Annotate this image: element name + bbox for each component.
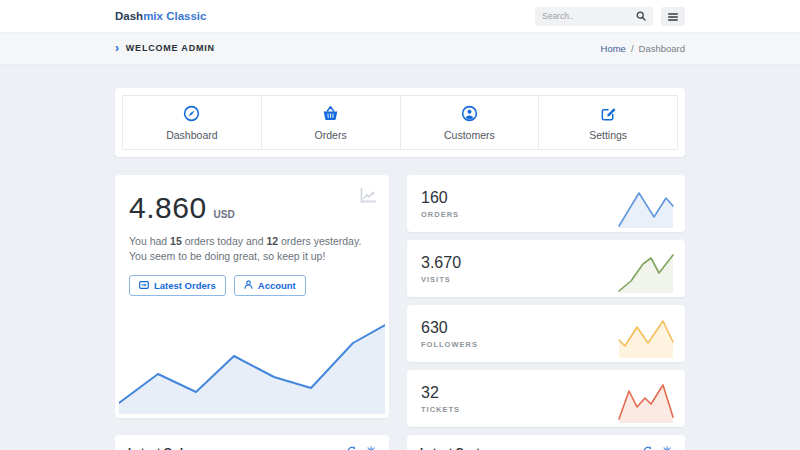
settings-button[interactable] [662,444,672,450]
edit-icon [600,105,617,122]
nav-tile-customers[interactable]: Customers [401,96,540,149]
stat-label: ORDERS [421,210,459,219]
stat-card-orders[interactable]: 160 ORDERS [407,175,685,232]
tickets-sparkline-chart [617,381,675,423]
earnings-area-chart [119,322,385,414]
stat-value: 630 [421,319,478,337]
account-button-label: Account [258,280,296,291]
subheader-bar: › WELCOME ADMIN Home / Dashboard [0,32,800,65]
gear-icon [662,444,672,450]
brand-name-bold: Dash [115,10,143,22]
basket-icon [322,105,339,122]
search-icon [636,9,646,24]
search-input[interactable] [542,11,632,21]
refresh-button[interactable] [347,444,357,450]
gear-icon [366,444,376,450]
settings-button[interactable] [366,444,376,450]
stat-value: 32 [421,384,460,402]
nav-tile-orders[interactable]: Orders [262,96,401,149]
nav-tile-dashboard[interactable]: Dashboard [123,96,262,149]
quick-nav-card: Dashboard Orders Customers [115,88,685,157]
nav-tile-label: Dashboard [123,129,261,141]
earnings-currency: USD [214,209,235,220]
account-button[interactable]: Account [234,275,306,296]
earnings-description: You had 15 orders today and 12 orders ye… [129,234,375,264]
latest-orders-button-label: Latest Orders [154,280,216,291]
orders-box-icon [139,280,149,291]
chevron-right-icon: › [115,42,120,54]
nav-tile-settings[interactable]: Settings [539,96,677,149]
nav-tile-label: Customers [401,129,539,141]
nav-tile-label: Orders [262,129,400,141]
orders-sparkline-chart [617,186,675,228]
breadcrumb: Home / Dashboard [601,43,685,54]
nav-tile-label: Settings [539,129,677,141]
user-icon [244,280,253,291]
latest-orders-button[interactable]: Latest Orders [129,275,226,296]
latest-customers-panel: Latest Customers [407,435,685,450]
hamburger-icon [668,9,678,24]
stat-label: FOLLOWERS [421,340,478,349]
stats-column: 160 ORDERS 3.670 VISITS 630 FOLLOWERS [407,175,685,427]
main-content: Dashboard Orders Customers [0,65,800,450]
compass-icon [183,105,200,122]
breadcrumb-current: Dashboard [639,43,685,54]
stat-card-tickets[interactable]: 32 TICKETS [407,370,685,427]
stat-label: VISITS [421,275,461,284]
welcome-text: WELCOME ADMIN [126,43,215,53]
latest-orders-panel: Latest Orders [115,435,389,450]
refresh-icon [347,444,357,450]
app-header: Dashmix Classic [0,0,800,32]
refresh-icon [643,444,653,450]
breadcrumb-separator: / [631,43,634,54]
search-button[interactable] [632,9,646,24]
panel-title: Latest Orders [128,446,200,450]
stat-label: TICKETS [421,405,460,414]
followers-sparkline-chart [617,316,675,358]
earnings-amount: 4.860 [129,191,207,225]
brand-logo[interactable]: Dashmix Classic [115,10,206,22]
stat-value: 160 [421,189,459,207]
welcome-heading: › WELCOME ADMIN [115,42,215,54]
stat-card-visits[interactable]: 3.670 VISITS [407,240,685,297]
brand-name-rest: mix Classic [143,10,206,22]
user-circle-icon [461,105,478,122]
visits-sparkline-chart [617,251,675,293]
refresh-button[interactable] [643,444,653,450]
hamburger-menu-button[interactable] [661,7,685,26]
search-field-group [535,7,653,26]
stat-value: 3.670 [421,254,461,272]
earnings-summary-card: 4.860 USD You had 15 orders today and 12… [115,175,389,418]
chart-line-icon [360,188,376,207]
breadcrumb-home-link[interactable]: Home [601,43,626,54]
panel-title: Latest Customers [420,446,513,450]
stat-card-followers[interactable]: 630 FOLLOWERS [407,305,685,362]
